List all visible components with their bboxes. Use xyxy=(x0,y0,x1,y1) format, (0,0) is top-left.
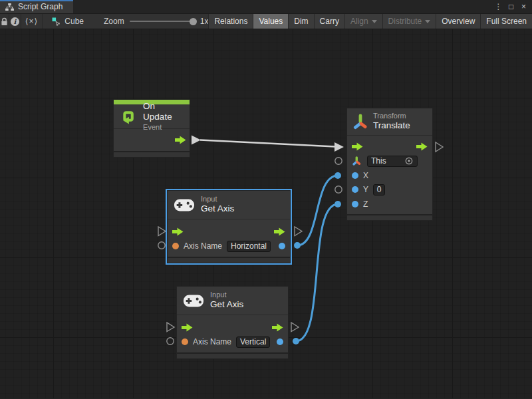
node-footer xyxy=(168,257,290,263)
value-port-z[interactable] xyxy=(352,201,358,207)
flow-ports-row xyxy=(168,225,290,239)
node-title: Get Axis xyxy=(201,203,234,214)
value-input-port[interactable] xyxy=(335,158,342,164)
flow-output-port[interactable] xyxy=(291,323,299,332)
value-port-x[interactable] xyxy=(352,172,358,179)
graph-canvas[interactable]: On Update Event Transform xyxy=(0,29,532,398)
zoom-slider[interactable] xyxy=(130,21,195,22)
script-graph-window: Script Graph ⋮ □ × i ⟨×⟩ xyxy=(0,0,532,399)
relations-button[interactable]: Relations xyxy=(208,14,253,29)
node-on-update[interactable]: On Update Event xyxy=(113,99,190,158)
flow-output-connected-port[interactable] xyxy=(192,136,201,145)
wire-horizontal-to-x[interactable] xyxy=(297,176,338,245)
transform-icon xyxy=(352,156,361,166)
flow-output-port[interactable] xyxy=(436,142,443,152)
node-category: Transform xyxy=(373,112,410,120)
code-icon: ⟨×⟩ xyxy=(25,17,38,26)
node-get-axis-horizontal[interactable]: Input Get Axis Axis Name H xyxy=(167,190,291,263)
transform-icon xyxy=(353,113,367,131)
on-update-icon xyxy=(120,107,137,126)
dim-button[interactable]: Dim xyxy=(288,14,313,29)
wire-vertical-to-z[interactable] xyxy=(296,204,338,341)
node-title: On Update xyxy=(143,101,184,123)
graph-reference[interactable]: Cube xyxy=(52,14,84,29)
tab-bar: Script Graph ⋮ □ × xyxy=(0,0,532,14)
align-dropdown[interactable]: Align xyxy=(344,14,382,29)
node-category: Input xyxy=(201,195,234,203)
wire-onupdate-to-translate[interactable] xyxy=(200,140,335,147)
graph-reference-label: Cube xyxy=(65,17,84,26)
flow-output-port[interactable] xyxy=(295,227,302,236)
axis-name-field[interactable]: Vertical xyxy=(236,336,270,348)
axis-name-field[interactable]: Horizontal xyxy=(227,241,271,252)
flow-output-arrow-icon[interactable] xyxy=(175,136,186,144)
values-button[interactable]: Values xyxy=(253,14,288,29)
string-input-port[interactable] xyxy=(182,338,188,345)
window-menu-icon[interactable]: ⋮ xyxy=(493,2,503,11)
chevron-down-icon xyxy=(372,20,377,23)
chevron-down-icon xyxy=(425,20,430,23)
zoom-control: Zoom 1x xyxy=(104,14,208,29)
flow-input-port[interactable] xyxy=(158,227,166,236)
close-icon[interactable]: × xyxy=(519,2,529,11)
port-row-z: Z xyxy=(347,197,432,211)
flow-input-arrow-icon[interactable] xyxy=(182,323,193,332)
flow-output-arrow-icon[interactable] xyxy=(274,227,285,236)
axis-name-row: Axis Name Vertical xyxy=(177,335,288,350)
node-header: Input Get Axis xyxy=(177,287,288,315)
maximize-icon[interactable]: □ xyxy=(506,2,516,11)
inspect-button[interactable]: i xyxy=(9,14,21,29)
wire-endpoint[interactable] xyxy=(294,242,301,249)
target-port-row: This xyxy=(347,154,432,169)
value-port-y[interactable] xyxy=(352,186,358,193)
node-body xyxy=(114,129,190,151)
value-input-port[interactable] xyxy=(167,338,174,344)
zoom-label: Zoom xyxy=(104,17,124,26)
node-body: Axis Name Horizontal xyxy=(168,219,290,257)
tab-script-graph[interactable]: Script Graph xyxy=(0,0,73,13)
info-icon: i xyxy=(11,17,19,26)
distribute-dropdown[interactable]: Distribute xyxy=(382,14,436,29)
window-controls: ⋮ □ × xyxy=(493,0,532,13)
node-footer xyxy=(114,151,190,157)
flow-output-arrow-icon[interactable] xyxy=(416,142,428,151)
port-label: Axis Name xyxy=(184,241,222,251)
target-object-field[interactable]: This xyxy=(367,156,418,167)
flow-ports-row xyxy=(347,140,432,154)
port-label: Axis Name xyxy=(193,337,231,346)
node-title: Get Axis xyxy=(210,299,243,310)
zoom-slider-handle[interactable] xyxy=(190,18,197,25)
carry-button[interactable]: Carry xyxy=(314,14,344,29)
flow-input-arrow-icon[interactable] xyxy=(172,227,184,236)
y-value-field[interactable]: 0 xyxy=(373,184,385,196)
wire-endpoint[interactable] xyxy=(334,172,341,179)
zoom-value: 1x xyxy=(200,17,209,26)
wire-endpoint[interactable] xyxy=(334,201,341,207)
node-get-axis-vertical[interactable]: Input Get Axis Axis Name V xyxy=(176,286,289,359)
node-header: On Update Event xyxy=(114,104,190,129)
value-input-port[interactable] xyxy=(335,186,342,193)
node-body: Axis Name Vertical xyxy=(177,315,288,352)
value-output-port[interactable] xyxy=(277,338,283,345)
value-output-port[interactable] xyxy=(279,243,285,249)
flow-input-port[interactable] xyxy=(167,323,174,332)
gamepad-icon xyxy=(174,198,195,212)
object-picker-icon[interactable] xyxy=(404,156,414,166)
string-input-port[interactable] xyxy=(172,243,179,249)
overview-button[interactable]: Overview xyxy=(436,14,480,29)
flow-input-arrowhead[interactable] xyxy=(334,142,344,152)
graph-node-icon xyxy=(52,17,61,26)
flow-input-arrow-icon[interactable] xyxy=(352,142,363,151)
node-title: Translate xyxy=(373,120,410,131)
wire-endpoint[interactable] xyxy=(293,338,299,344)
lock-button[interactable] xyxy=(0,14,9,29)
value-input-port[interactable] xyxy=(158,242,165,249)
fullscreen-button[interactable]: Full Screen xyxy=(480,14,532,29)
sitemap-icon xyxy=(5,3,14,11)
flow-ports-row xyxy=(177,321,288,335)
node-header: Transform Translate xyxy=(347,108,432,136)
node-transform-translate[interactable]: Transform Translate xyxy=(346,108,433,221)
flow-output-arrow-icon[interactable] xyxy=(272,323,283,332)
csharp-preview-button[interactable]: ⟨×⟩ xyxy=(21,14,43,29)
tab-title: Script Graph xyxy=(18,2,63,11)
